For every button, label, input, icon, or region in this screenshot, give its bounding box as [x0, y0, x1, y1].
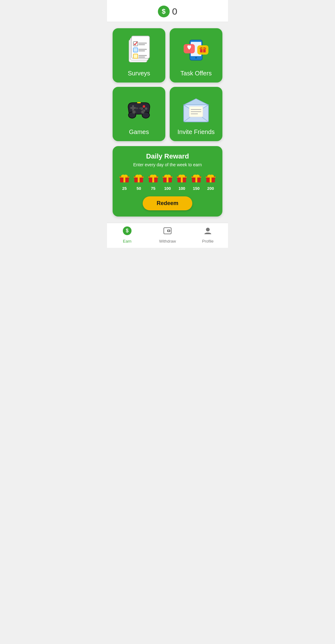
- bottom-nav: $ Earn Withdraw Profile: [107, 223, 228, 248]
- svg-point-103: [206, 228, 210, 231]
- earn-nav-label: Earn: [123, 239, 131, 244]
- svg-point-69: [152, 175, 154, 177]
- svg-rect-39: [137, 102, 141, 103]
- svg-marker-40: [184, 99, 208, 105]
- svg-point-16: [195, 57, 197, 59]
- main-content: Surveys: [107, 22, 228, 223]
- surveys-label: Surveys: [128, 70, 150, 77]
- svg-rect-11: [133, 54, 138, 58]
- gifts-row: 25 50: [118, 172, 217, 191]
- withdraw-nav-label: Withdraw: [159, 239, 176, 244]
- gift-icon-5: [191, 172, 202, 185]
- gift-value-4: 100: [178, 186, 185, 191]
- svg-rect-28: [132, 105, 134, 111]
- svg-point-32: [145, 107, 147, 110]
- gift-item-4: 100: [175, 172, 189, 191]
- redeem-button[interactable]: Redeem: [143, 196, 192, 210]
- gift-item-1: 50: [132, 172, 145, 191]
- games-card[interactable]: Games: [113, 87, 165, 141]
- gift-icon-4: [176, 172, 187, 185]
- cards-grid: Surveys: [113, 28, 222, 141]
- svg-point-102: [168, 230, 169, 231]
- svg-text:$: $: [126, 228, 129, 233]
- gift-value-5: 150: [193, 186, 200, 191]
- gift-icon-2: [148, 172, 159, 185]
- gift-item-2: 75: [146, 172, 160, 191]
- gift-value-1: 50: [136, 186, 141, 191]
- svg-point-38: [142, 111, 144, 113]
- svg-point-83: [181, 175, 183, 177]
- nav-earn[interactable]: $ Earn: [107, 226, 147, 244]
- gift-value-0: 25: [122, 186, 127, 191]
- balance-display: $ 0: [158, 6, 177, 17]
- gift-value-2: 75: [151, 186, 155, 191]
- daily-reward-subtitle: Enter every day of the week to earn: [118, 162, 217, 167]
- gift-item-3: 100: [161, 172, 174, 191]
- svg-point-55: [123, 175, 125, 177]
- gift-value-6: 200: [207, 186, 214, 191]
- gift-item-0: 25: [118, 172, 131, 191]
- balance-amount: 0: [172, 6, 177, 17]
- gift-icon-6: [205, 172, 216, 185]
- games-icon: [123, 93, 154, 126]
- invite-friends-label: Invite Friends: [177, 128, 215, 136]
- task-offers-label: Task Offers: [181, 70, 212, 77]
- svg-point-97: [210, 175, 212, 177]
- svg-point-36: [133, 111, 135, 113]
- nav-profile[interactable]: Profile: [188, 226, 228, 244]
- task-offers-icon: [181, 34, 212, 67]
- daily-reward-title: Daily Reward: [118, 152, 217, 160]
- gift-icon-3: [162, 172, 173, 185]
- task-offers-card[interactable]: Task Offers: [170, 28, 222, 83]
- header: $ 0: [107, 0, 228, 22]
- svg-rect-8: [133, 48, 138, 52]
- invite-friends-icon: [181, 93, 212, 126]
- surveys-icon: [123, 34, 154, 67]
- gift-item-6: 200: [204, 172, 217, 191]
- nav-withdraw[interactable]: Withdraw: [147, 226, 188, 244]
- profile-nav-icon: [203, 226, 212, 238]
- svg-point-33: [135, 107, 138, 109]
- dollar-icon: $: [158, 6, 170, 17]
- svg-point-76: [167, 175, 168, 177]
- withdraw-nav-icon: [163, 226, 172, 238]
- gift-value-3: 100: [164, 186, 171, 191]
- invite-friends-card[interactable]: Invite Friends: [170, 87, 222, 141]
- games-label: Games: [129, 128, 149, 136]
- gift-item-5: 150: [189, 172, 203, 191]
- earn-nav-icon: $: [123, 226, 132, 238]
- gift-icon-1: [133, 172, 144, 185]
- svg-point-90: [195, 175, 197, 177]
- svg-point-29: [143, 105, 145, 108]
- profile-nav-label: Profile: [202, 239, 214, 244]
- svg-point-62: [138, 175, 140, 177]
- surveys-card[interactable]: Surveys: [113, 28, 165, 83]
- daily-reward-section: Daily Reward Enter every day of the week…: [113, 146, 222, 217]
- phone-container: $ 0: [107, 0, 228, 248]
- svg-point-34: [139, 107, 142, 109]
- gift-icon-0: [119, 172, 130, 185]
